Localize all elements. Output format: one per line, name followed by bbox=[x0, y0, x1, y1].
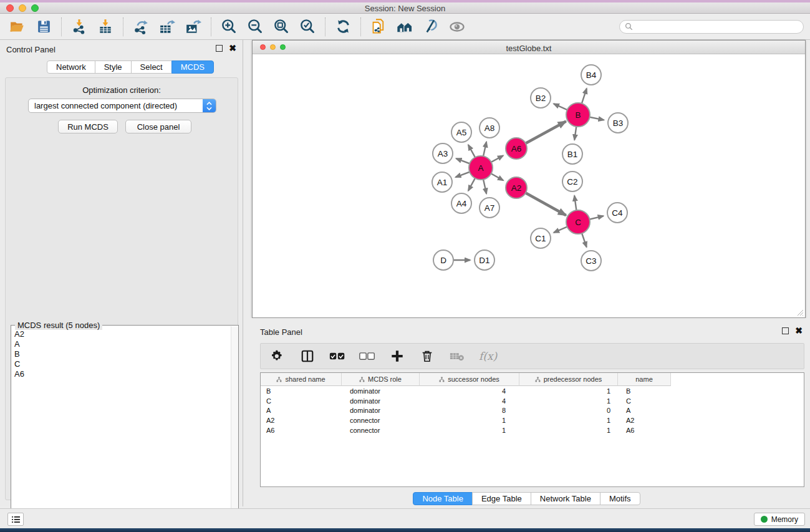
control-panel-tabs: Network Style Select MCDS bbox=[47, 60, 214, 74]
delete-column-icon[interactable] bbox=[419, 348, 435, 364]
close-panel-button[interactable]: Close panel bbox=[125, 120, 191, 133]
control-panel-title: Control Panel bbox=[6, 45, 55, 54]
search-field[interactable] bbox=[619, 20, 804, 34]
table-row[interactable]: Adominator80A bbox=[261, 405, 804, 415]
float-panel-icon[interactable] bbox=[216, 45, 223, 52]
graph-node-label: D bbox=[440, 256, 446, 265]
delete-table-icon[interactable] bbox=[449, 348, 465, 364]
zoom-fit-icon[interactable] bbox=[272, 18, 290, 36]
home-icon[interactable] bbox=[396, 18, 413, 36]
refresh-icon[interactable] bbox=[334, 18, 352, 36]
new-network-from-selection-icon[interactable] bbox=[370, 18, 387, 36]
export-image-icon[interactable] bbox=[185, 18, 202, 36]
table-row[interactable]: Cdominator41C bbox=[261, 396, 804, 406]
table-cell: 4 bbox=[420, 387, 519, 395]
save-session-icon[interactable] bbox=[35, 18, 52, 36]
table-row[interactable]: A6connector11A6 bbox=[261, 425, 804, 435]
function-builder-icon[interactable]: f(x) bbox=[479, 350, 497, 362]
tab-node-table[interactable]: Node Table bbox=[413, 492, 473, 505]
result-list-item[interactable]: A6 bbox=[14, 369, 229, 379]
table-cell: A2 bbox=[618, 417, 671, 424]
columns-icon[interactable] bbox=[299, 348, 316, 364]
column-header-name[interactable]: name bbox=[618, 373, 671, 386]
table-cell: B bbox=[618, 387, 671, 395]
export-table-icon[interactable] bbox=[158, 18, 176, 36]
table-panel-tabs: Node TableEdge TableNetwork TableMotifs bbox=[243, 492, 810, 505]
column-header-label: MCDS role bbox=[368, 375, 402, 383]
hide-graphics-details-icon[interactable] bbox=[422, 18, 440, 36]
graph-node-label: A4 bbox=[456, 199, 467, 208]
close-table-panel-icon[interactable]: ✖ bbox=[795, 327, 803, 334]
tab-style[interactable]: Style bbox=[95, 60, 132, 74]
tab-network-table[interactable]: Network Table bbox=[531, 492, 600, 505]
table-cell: 1 bbox=[519, 387, 618, 395]
settings-gear-icon[interactable] bbox=[269, 348, 286, 364]
table-row[interactable]: A2connector11A2 bbox=[261, 415, 804, 425]
network-graph-canvas[interactable]: AA6A2BCA5A8A3A1A4A7B4B2B3B1C2C4C1C3DD1 bbox=[253, 54, 805, 317]
deselect-all-icon[interactable] bbox=[359, 348, 375, 364]
memory-status-icon bbox=[761, 516, 768, 523]
export-network-icon[interactable] bbox=[132, 18, 150, 36]
table-cell: 8 bbox=[420, 407, 519, 414]
float-table-panel-icon[interactable] bbox=[782, 327, 789, 334]
table-cell: dominator bbox=[342, 387, 420, 395]
resize-grip-icon[interactable] bbox=[796, 309, 804, 316]
run-mcds-button[interactable]: Run MCDS bbox=[58, 120, 118, 133]
eye-icon[interactable] bbox=[448, 18, 466, 36]
status-bar: Memory bbox=[0, 508, 810, 528]
column-header-MCDS-role[interactable]: MCDS role bbox=[342, 373, 420, 386]
shared-column-icon bbox=[276, 377, 282, 382]
tab-network[interactable]: Network bbox=[47, 60, 95, 74]
graph-node-label: C1 bbox=[535, 234, 546, 243]
table-cell: A2 bbox=[261, 417, 342, 424]
network-view-window[interactable]: testGlobe.txt AA6A2BCA5A8A3A1A4A7B4B2B3B… bbox=[252, 40, 806, 318]
column-header-successor-nodes[interactable]: successor nodes bbox=[420, 373, 519, 386]
select-all-icon[interactable] bbox=[329, 348, 345, 364]
result-list-item[interactable]: B bbox=[14, 349, 229, 359]
optimization-criterion-dropdown[interactable]: largest connected component (directed) bbox=[28, 99, 216, 113]
search-input[interactable] bbox=[636, 22, 798, 31]
result-scrollbar[interactable] bbox=[231, 326, 238, 531]
main-toolbar bbox=[0, 14, 810, 40]
tab-select[interactable]: Select bbox=[131, 60, 172, 74]
node-table[interactable]: shared nameMCDS rolesuccessor nodesprede… bbox=[260, 372, 804, 487]
graph-node-label: C4 bbox=[612, 208, 623, 218]
graph-node-label: A1 bbox=[437, 178, 448, 187]
titlebar-accent-strip bbox=[0, 0, 810, 2]
memory-button[interactable]: Memory bbox=[754, 513, 805, 526]
column-header-label: successor nodes bbox=[448, 375, 499, 383]
zoom-selected-icon[interactable] bbox=[299, 18, 316, 36]
table-cell: 1 bbox=[519, 397, 618, 405]
result-list-item[interactable]: A bbox=[14, 339, 229, 349]
mcds-result-list[interactable]: A2ABCA6 bbox=[12, 329, 229, 379]
mcds-panel: Optimization criterion: largest connecte… bbox=[5, 77, 238, 500]
graph-node-label: A5 bbox=[456, 128, 467, 137]
graph-node-label: B1 bbox=[567, 150, 578, 159]
close-panel-icon[interactable]: ✖ bbox=[229, 45, 236, 52]
zoom-out-icon[interactable] bbox=[246, 18, 264, 36]
result-list-item[interactable]: A2 bbox=[14, 329, 229, 339]
list-icon bbox=[11, 516, 21, 523]
column-header-shared-name[interactable]: shared name bbox=[261, 373, 342, 386]
tab-motifs[interactable]: Motifs bbox=[600, 492, 640, 505]
task-history-button[interactable] bbox=[7, 513, 24, 526]
table-row[interactable]: Bdominator41B bbox=[261, 386, 804, 396]
titlebar: Session: New Session bbox=[0, 0, 810, 14]
import-network-icon[interactable] bbox=[70, 18, 88, 36]
add-column-icon[interactable] bbox=[389, 348, 405, 364]
graph-node-label: A7 bbox=[485, 203, 495, 213]
table-cell: 0 bbox=[519, 407, 618, 414]
zoom-in-icon[interactable] bbox=[220, 18, 238, 36]
column-header-predecessor-nodes[interactable]: predecessor nodes bbox=[519, 373, 618, 386]
tab-mcds[interactable]: MCDS bbox=[171, 60, 214, 74]
table-body: Bdominator41BCdominator41CAdominator80AA… bbox=[261, 386, 804, 435]
search-icon bbox=[625, 22, 633, 31]
open-file-icon[interactable] bbox=[9, 18, 26, 36]
graph-node-label: A2 bbox=[511, 183, 522, 193]
column-header-label: shared name bbox=[285, 375, 325, 383]
result-list-item[interactable]: C bbox=[14, 359, 229, 369]
table-cell: 1 bbox=[519, 427, 618, 434]
import-table-icon[interactable] bbox=[97, 18, 114, 36]
graph-node-label: A6 bbox=[511, 144, 522, 153]
tab-edge-table[interactable]: Edge Table bbox=[472, 492, 531, 505]
